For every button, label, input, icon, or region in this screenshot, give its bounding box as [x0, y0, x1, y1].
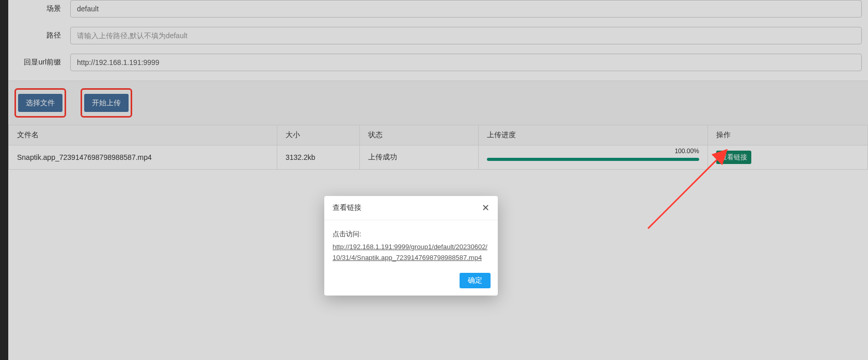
sidebar-spacer	[0, 0, 8, 360]
url-prefix-label: 回显url前缀	[14, 58, 70, 67]
col-action: 操作	[708, 125, 868, 145]
file-table: 文件名 大小 状态 上传进度 操作 Snaptik.app_7239147698…	[8, 125, 868, 170]
scene-label: 场景	[14, 4, 70, 13]
cell-progress: 100.00%	[479, 145, 708, 169]
modal-header: 查看链接 ✕	[324, 196, 498, 220]
highlight-choose-file: 选择文件	[14, 88, 66, 118]
col-progress: 上传进度	[479, 125, 708, 145]
confirm-button[interactable]: 确定	[460, 273, 491, 288]
modal-body: 点击访问: http://192.168.1.191:9999/group1/d…	[324, 220, 498, 268]
page-content: 场景 路径 回显url前缀 选择文件 开始上传 文件名 大小 状态 上传进度 操…	[8, 0, 868, 360]
cell-size: 3132.2kb	[277, 145, 360, 169]
col-status: 状态	[360, 125, 479, 145]
upload-form: 场景 路径 回显url前缀	[8, 0, 868, 71]
highlight-start-upload: 开始上传	[81, 88, 132, 118]
view-link-modal: 查看链接 ✕ 点击访问: http://192.168.1.191:9999/g…	[324, 196, 498, 296]
form-row-scene: 场景	[14, 0, 862, 18]
form-row-url-prefix: 回显url前缀	[14, 54, 862, 71]
form-row-path: 路径	[14, 27, 862, 44]
table-row: Snaptik.app_7239147698798988587.mp4 3132…	[9, 145, 868, 169]
modal-footer: 确定	[324, 268, 498, 296]
modal-title: 查看链接	[333, 203, 361, 212]
modal-url-link[interactable]: http://192.168.1.191:9999/group1/default…	[333, 243, 487, 261]
view-link-button[interactable]: 查看链接	[716, 151, 751, 164]
cell-status: 上传成功	[360, 145, 479, 169]
table-header-row: 文件名 大小 状态 上传进度 操作	[9, 125, 868, 145]
start-upload-button[interactable]: 开始上传	[84, 94, 129, 112]
progress-percent: 100.00%	[675, 148, 699, 155]
path-input[interactable]	[70, 27, 862, 44]
modal-prompt: 点击访问:	[333, 230, 490, 239]
close-icon[interactable]: ✕	[482, 203, 490, 212]
url-prefix-input[interactable]	[70, 54, 862, 71]
col-filename: 文件名	[9, 125, 277, 145]
col-size: 大小	[277, 125, 360, 145]
progress-bar	[487, 158, 699, 161]
button-bar: 选择文件 开始上传	[8, 80, 868, 125]
cell-filename: Snaptik.app_7239147698798988587.mp4	[9, 145, 277, 169]
cell-action: 查看链接	[708, 145, 868, 169]
choose-file-button[interactable]: 选择文件	[18, 94, 62, 112]
scene-input[interactable]	[70, 0, 862, 18]
path-label: 路径	[14, 31, 70, 40]
